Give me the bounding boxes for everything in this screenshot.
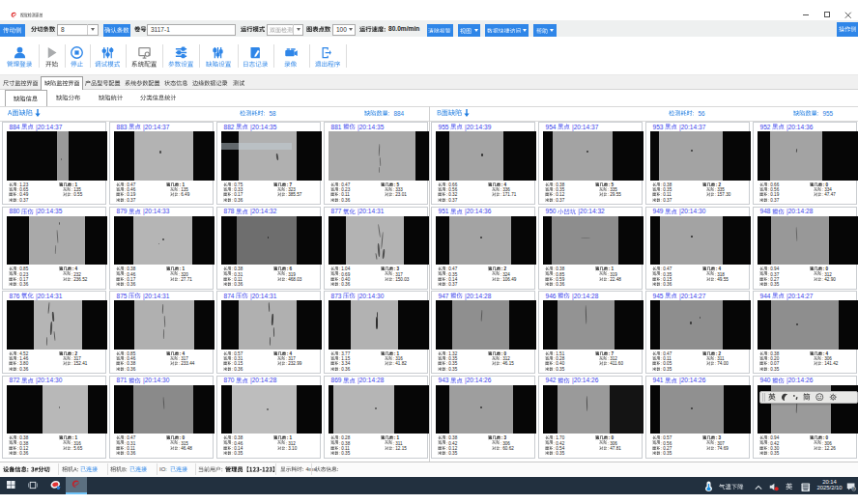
svg-text:6: 6 (853, 487, 855, 490)
